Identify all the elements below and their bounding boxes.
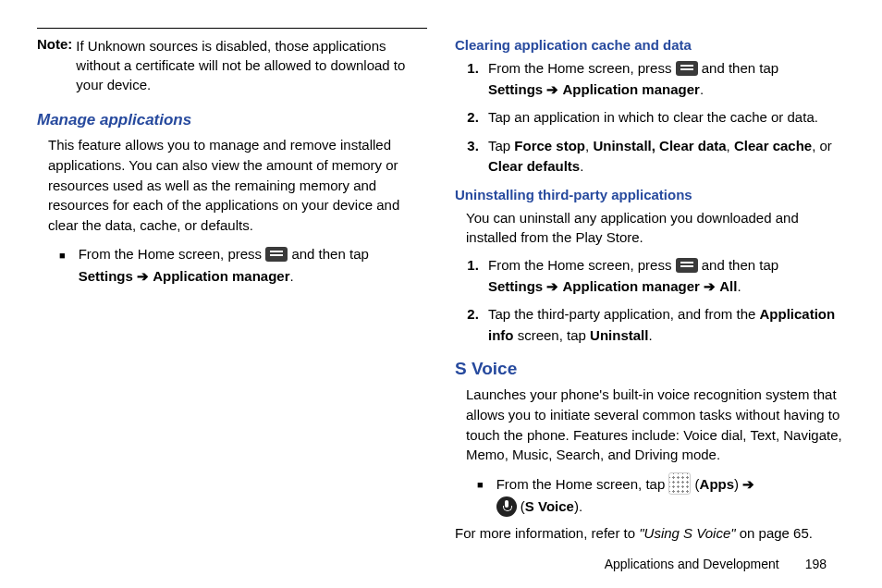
clear-step-1: From the Home screen, press and then tap…: [483, 58, 845, 100]
footer-section: Applications and Development: [605, 557, 779, 571]
menu-icon: [676, 258, 698, 273]
bullet-icon: ■: [477, 477, 484, 494]
manage-step-bullet: ■ From the Home screen, press and then t…: [59, 243, 427, 288]
mic-icon: [496, 496, 517, 517]
uninstall-step-2: Tap the third-party application, and fro…: [483, 304, 845, 346]
uninstall-intro: You can uninstall any application you do…: [466, 208, 845, 249]
heading-clearing-cache: Clearing application cache and data: [455, 37, 845, 53]
divider: [37, 28, 427, 29]
menu-icon: [676, 61, 698, 76]
bullet-content: From the Home screen, press and then tap…: [79, 243, 369, 288]
note-label: Note:: [37, 36, 72, 94]
manage-intro: This feature allows you to manage and re…: [48, 135, 427, 236]
page-footer: Applications and Development 198: [605, 557, 827, 571]
heading-manage-applications: Manage applications: [37, 111, 427, 129]
note-block: Note: If Unknown sources is disabled, th…: [37, 36, 427, 94]
clear-step-3: Tap Force stop, Uninstall, Clear data, C…: [483, 136, 845, 178]
page-number: 198: [805, 557, 827, 571]
clear-steps-list: From the Home screen, press and then tap…: [483, 58, 845, 178]
right-column: Clearing application cache and data From…: [455, 28, 845, 551]
bullet-icon: ■: [59, 248, 66, 264]
svoice-intro: Launches your phone's built-in voice rec…: [466, 385, 845, 465]
apps-icon: [668, 472, 691, 495]
left-column: Note: If Unknown sources is disabled, th…: [37, 28, 427, 551]
clear-step-2: Tap an application in which to clear the…: [483, 107, 845, 129]
heading-uninstall-third-party: Uninstalling third-party applications: [455, 187, 845, 202]
uninstall-step-1: From the Home screen, press and then tap…: [483, 255, 845, 297]
svoice-bullet-content: From the Home screen, tap (Apps) ➔ (S Vo…: [496, 472, 755, 518]
menu-icon: [265, 247, 288, 262]
svoice-bullet: ■ From the Home screen, tap (Apps) ➔ (S …: [477, 472, 845, 518]
more-info: For more information, refer to "Using S …: [455, 523, 845, 544]
heading-s-voice: S Voice: [455, 359, 845, 379]
uninstall-steps-list: From the Home screen, press and then tap…: [483, 255, 845, 346]
note-text: If Unknown sources is disabled, those ap…: [76, 36, 427, 94]
